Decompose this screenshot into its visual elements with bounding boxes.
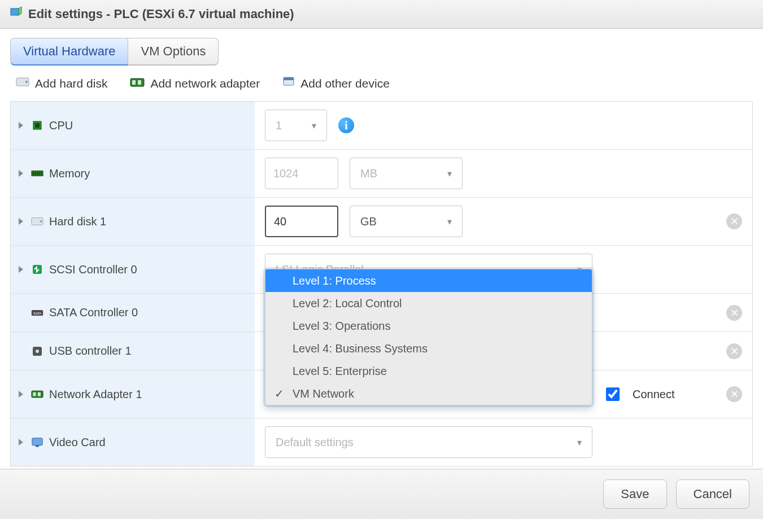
svg-rect-0 [11,8,19,15]
svg-rect-14 [37,172,38,175]
memory-size-input[interactable] [265,158,338,189]
row-network-adapter-label: Network Adapter 1 [49,388,142,401]
nic-connect-label: Connect [633,388,675,401]
network-option[interactable]: ✓ VM Network [265,382,592,405]
row-hard-disk-header[interactable]: Hard disk 1 [11,198,255,245]
chevron-down-icon: ▾ [577,437,582,448]
row-cpu-header[interactable]: CPU [11,102,255,149]
row-memory: Memory MB ▾ [11,150,752,198]
info-icon[interactable]: i [338,117,354,133]
tab-vm-options[interactable]: VM Options [128,38,219,66]
row-memory-header[interactable]: Memory [11,150,255,197]
svg-point-23 [36,350,39,353]
vm-icon [9,6,28,23]
row-cpu-label: CPU [49,119,73,132]
svg-rect-6 [138,80,141,85]
usb-icon [31,345,43,357]
add-other-device-label: Add other device [300,77,390,90]
network-option[interactable]: Level 4: Business Systems [265,337,592,360]
device-icon [282,76,295,91]
expand-caret-icon [19,266,23,273]
cpu-icon [31,119,43,132]
row-sata-label: SATA Controller 0 [49,306,138,319]
cancel-button[interactable]: Cancel [676,479,749,509]
video-settings-select[interactable]: Default settings ▾ [265,426,592,458]
hard-disk-icon [16,76,29,90]
svg-point-18 [40,220,42,223]
remove-nic-button[interactable]: ✕ [726,386,742,402]
dialog-titlebar: Edit settings - PLC (ESXi 6.7 virtual ma… [0,0,763,29]
edit-settings-dialog: Edit settings - PLC (ESXi 6.7 virtual ma… [0,0,763,519]
svg-rect-15 [39,172,40,175]
svg-rect-28 [36,446,39,447]
chevron-down-icon: ▾ [312,120,316,131]
row-video-card-header[interactable]: Video Card [11,418,255,466]
row-sata-header: SATA SATA Controller 0 [11,294,255,332]
nic-icon [130,77,145,90]
svg-rect-8 [284,77,294,80]
add-hard-disk-button[interactable]: Add hard disk [16,76,107,90]
row-scsi-header[interactable]: SCSI Controller 0 [11,246,255,293]
remove-usb-button[interactable]: ✕ [726,343,742,359]
hard-disk-icon [31,215,43,228]
svg-marker-1 [19,7,21,15]
svg-rect-26 [38,393,41,396]
row-usb-label: USB controller 1 [49,345,132,357]
network-option[interactable]: Level 5: Enterprise [265,360,592,382]
network-option[interactable]: Level 3: Operations [265,315,592,337]
add-network-adapter-button[interactable]: Add network adapter [130,77,260,90]
remove-disk-button[interactable]: ✕ [726,213,742,229]
svg-rect-16 [41,172,42,175]
nic-icon [31,388,43,400]
disk-unit-select[interactable]: GB ▾ [350,206,463,237]
add-hard-disk-label: Add hard disk [35,77,107,90]
svg-rect-13 [34,172,36,175]
hardware-table: CPU 1 ▾ i Memory [10,101,753,466]
row-network-adapter: Network Adapter 1 Level 1: Process Level… [11,370,752,418]
row-network-adapter-header[interactable]: Network Adapter 1 [11,370,255,418]
dialog-body: Virtual Hardware VM Options Add hard dis… [0,29,763,469]
remove-sata-button[interactable]: ✕ [726,305,742,321]
svg-rect-12 [33,172,34,175]
add-other-device-button[interactable]: Add other device [282,76,390,91]
chevron-down-icon: ▾ [447,168,452,179]
sata-icon: SATA [31,307,43,319]
video-card-icon [31,436,43,448]
network-option[interactable]: Level 2: Local Control [265,292,592,315]
row-scsi-label: SCSI Controller 0 [49,263,137,276]
chevron-down-icon: ▾ [447,216,452,227]
expand-caret-icon [19,439,23,446]
toolbar: Add hard disk Add network adapter Add ot… [10,73,753,101]
memory-icon [31,167,43,180]
row-hard-disk-label: Hard disk 1 [49,215,106,228]
network-option[interactable]: Level 1: Process [265,269,592,292]
row-hard-disk: Hard disk 1 GB ▾ ✕ [11,198,752,246]
expand-caret-icon [19,170,23,177]
svg-rect-10 [35,123,40,128]
row-video-card-label: Video Card [49,436,106,449]
row-memory-label: Memory [49,167,90,180]
svg-rect-25 [33,393,36,396]
tab-bar: Virtual Hardware VM Options [10,38,753,66]
expand-caret-icon [19,391,23,398]
svg-point-3 [25,81,28,83]
dialog-title: Edit settings - PLC (ESXi 6.7 virtual ma… [28,7,294,21]
row-usb-header: USB controller 1 [11,332,255,370]
expand-caret-icon [19,218,23,225]
disk-size-input[interactable] [265,206,338,237]
cpu-count-select[interactable]: 1 ▾ [265,110,327,141]
row-video-card: Video Card Default settings ▾ [11,418,752,466]
svg-rect-27 [32,438,42,446]
row-cpu: CPU 1 ▾ i [11,102,752,150]
nic-connect-checkbox[interactable] [606,387,620,401]
checkmark-icon: ✓ [274,385,284,403]
tab-virtual-hardware[interactable]: Virtual Hardware [10,38,128,66]
save-button[interactable]: Save [603,479,666,509]
dialog-footer: Save Cancel [0,469,763,519]
memory-unit-select[interactable]: MB ▾ [350,158,463,189]
add-network-adapter-label: Add network adapter [150,77,260,90]
scsi-icon [31,263,43,276]
svg-rect-5 [132,80,136,85]
network-select-dropdown[interactable]: Level 1: Process Level 2: Local Control … [265,269,592,405]
expand-caret-icon [19,122,23,129]
